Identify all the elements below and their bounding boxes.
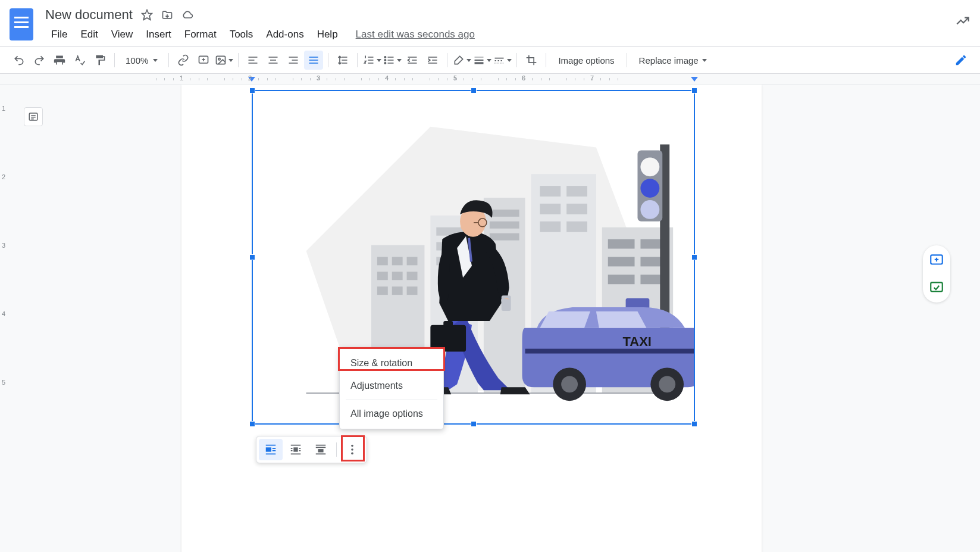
menu-format[interactable]: Format xyxy=(179,26,223,43)
last-edit-link[interactable]: Last edit was seconds ago xyxy=(356,29,475,40)
menu-help[interactable]: Help xyxy=(311,26,344,43)
header-right xyxy=(955,5,970,31)
separator xyxy=(627,53,627,67)
separator xyxy=(328,53,328,67)
crop-button[interactable] xyxy=(522,51,541,70)
border-weight-button[interactable] xyxy=(472,51,491,70)
menu-view[interactable]: View xyxy=(105,26,139,43)
toolbar-right xyxy=(951,51,970,70)
spellcheck-button[interactable] xyxy=(70,51,89,70)
bulleted-list-button[interactable] xyxy=(383,51,402,70)
menu-insert[interactable]: Insert xyxy=(140,26,177,43)
horizontal-ruler[interactable]: 1234567 xyxy=(0,74,980,85)
header-main: New document File Edit View Insert Forma… xyxy=(45,5,955,44)
separator xyxy=(238,53,239,67)
decrease-indent-button[interactable] xyxy=(403,51,422,70)
chevron-down-icon xyxy=(153,59,158,62)
right-indent-marker[interactable] xyxy=(691,77,698,82)
star-icon[interactable] xyxy=(141,9,153,21)
separator xyxy=(114,53,115,67)
separator xyxy=(357,53,358,67)
image-options-button[interactable]: Image options xyxy=(551,51,621,70)
replace-image-button[interactable]: Replace image xyxy=(632,51,714,70)
document-title[interactable]: New document xyxy=(45,7,133,23)
line-spacing-button[interactable] xyxy=(333,51,352,70)
chevron-down-icon xyxy=(397,59,402,62)
undo-button[interactable] xyxy=(10,51,29,70)
menu-file[interactable]: File xyxy=(45,26,73,43)
chevron-down-icon xyxy=(228,59,233,62)
align-left-button[interactable] xyxy=(243,51,262,70)
increase-indent-button[interactable] xyxy=(423,51,442,70)
svg-point-5 xyxy=(384,60,386,61)
menu-edit[interactable]: Edit xyxy=(74,26,104,43)
cloud-icon[interactable] xyxy=(181,9,193,21)
separator xyxy=(168,53,169,67)
print-button[interactable] xyxy=(50,51,69,70)
paint-format-button[interactable] xyxy=(90,51,109,70)
menu-tools[interactable]: Tools xyxy=(224,26,259,43)
align-justify-button[interactable] xyxy=(304,51,323,70)
toolbar: 100% Image options Replace image xyxy=(0,46,980,74)
zoom-selector[interactable]: 100% xyxy=(120,55,164,66)
docs-logo-icon[interactable] xyxy=(10,8,33,40)
chevron-down-icon xyxy=(702,59,707,62)
link-button[interactable] xyxy=(174,51,193,70)
chevron-down-icon xyxy=(507,59,512,62)
move-icon[interactable] xyxy=(161,9,173,21)
replace-image-label: Replace image xyxy=(639,55,699,66)
numbered-list-button[interactable] xyxy=(362,51,381,70)
chevron-down-icon xyxy=(487,59,491,62)
separator xyxy=(546,53,546,67)
separator xyxy=(447,53,447,67)
svg-marker-0 xyxy=(142,10,152,20)
insert-image-button[interactable] xyxy=(214,51,233,70)
separator xyxy=(516,53,517,67)
menu-bar: File Edit View Insert Format Tools Add-o… xyxy=(45,25,955,44)
border-dash-button[interactable] xyxy=(493,51,512,70)
editing-mode-button[interactable] xyxy=(951,51,970,70)
menu-addons[interactable]: Add-ons xyxy=(260,26,309,43)
align-center-button[interactable] xyxy=(264,51,283,70)
chevron-down-icon xyxy=(466,59,471,62)
zoom-value: 100% xyxy=(126,55,148,66)
chevron-down-icon xyxy=(377,59,381,62)
svg-point-6 xyxy=(384,63,386,64)
comment-button[interactable] xyxy=(194,51,213,70)
header: New document File Edit View Insert Forma… xyxy=(0,0,980,46)
svg-point-3 xyxy=(218,58,220,60)
activity-icon[interactable] xyxy=(955,13,970,31)
svg-point-4 xyxy=(384,57,386,58)
title-row: New document xyxy=(45,5,955,25)
align-right-button[interactable] xyxy=(284,51,303,70)
border-color-button[interactable] xyxy=(452,51,471,70)
redo-button[interactable] xyxy=(30,51,49,70)
